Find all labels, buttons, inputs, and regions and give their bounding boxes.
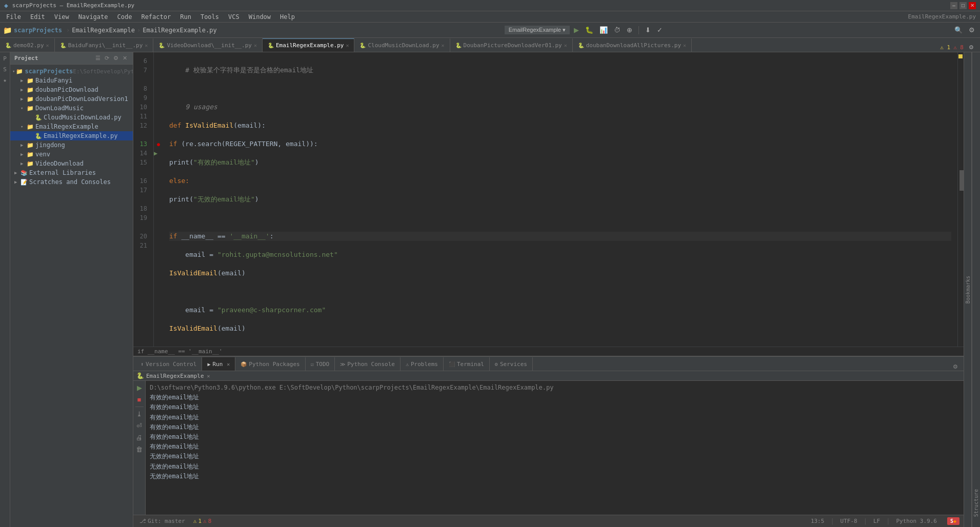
sidebar-sync-btn[interactable]: ⟳ [103,54,111,62]
tab-close-demo02[interactable]: ✕ [46,43,49,48]
close-button[interactable]: ✕ [969,2,976,9]
tab-close-cloudmusic[interactable]: ✕ [442,43,445,48]
run-button[interactable]: ▶ [572,25,581,35]
tab-python-console[interactable]: ≫ Python Console [335,357,401,371]
tab-doubanall[interactable]: 🐍 doubanDownloadAllPictures.py ✕ [573,38,692,52]
menu-view[interactable]: View [50,12,73,22]
tab-services[interactable]: ⚙ Services [490,357,533,371]
tab-terminal[interactable]: ⬛ Terminal [444,357,490,371]
tree-emailregex-py[interactable]: ▶ 🐍 EmailRegexExample.py [10,131,133,140]
project-panel-icon[interactable]: P [2,54,8,63]
concurrency-button[interactable]: ⊕ [625,25,634,35]
menubar: File Edit View Navigate Code Refactor Ru… [0,11,980,23]
tree-baidufanyi[interactable]: ▶ 📁 BaiduFanyi [10,76,133,85]
vcs-commit-button[interactable]: ✓ [655,25,665,35]
tab-label: DoubanPictureDownloadVer01.py [464,42,562,49]
sidebar-close-btn[interactable]: ✕ [121,54,129,62]
tab-close-doubanpic[interactable]: ✕ [564,43,567,48]
tree-jingdong[interactable]: ▶ 📁 jingdong [10,140,133,150]
tab-label: EmailRegexExample.py [276,42,344,49]
errors-icon: ⚠ [203,518,207,524]
menu-refactor[interactable]: Refactor [137,12,175,22]
paren: ( [189,195,193,204]
tab-doubanpic[interactable]: 🐍 DoubanPictureDownloadVer01.py ✕ [450,38,573,52]
bookmarks-label[interactable]: Bookmarks [965,276,971,303]
tree-venv[interactable]: ▶ 📁 venv [10,150,133,159]
code-line-6: # 校验某个字符串是否是合格的email地址 [169,66,951,75]
run-soft-wrap-btn[interactable]: ⏎ [134,421,144,431]
tree-emailregex[interactable]: ▾ 📁 EmailRegexExample [10,122,133,131]
run-clear-btn[interactable]: 🗑 [134,444,145,454]
tree-root-path: E:\SoftDevelop\Python\scarp [73,68,133,75]
line-col-status[interactable]: 13:5 [809,518,827,524]
debug-button[interactable]: 🐛 [583,25,595,35]
tab-baidufanyi[interactable]: 🐍 BaiduFanyi\__init__.py ✕ [55,38,154,52]
run-scroll-end-btn[interactable]: ⤓ [134,409,144,419]
function-name: IsValidEmail [185,121,233,130]
tab-todo[interactable]: ☑ TODO [306,357,335,371]
run-config-dropdown[interactable]: EmailRegexExample ▾ [505,26,570,34]
bottom-panel-settings[interactable]: ⚙ [951,363,959,371]
tree-videodownload[interactable]: ▶ 📁 VideoDownload [10,159,133,168]
search-everywhere-button[interactable]: 🔍 [952,25,965,35]
python-version-status[interactable]: Python 3.9.6 [894,518,938,524]
minimize-button[interactable]: – [950,2,957,9]
run-stop-btn[interactable]: ■ [135,395,144,404]
tab-close-doubanall[interactable]: ✕ [683,43,686,48]
menu-run[interactable]: Run [176,12,195,22]
menu-edit[interactable]: Edit [26,12,49,22]
maximize-button[interactable]: □ [959,2,967,9]
menu-help[interactable]: Help [276,12,299,22]
tab-close-emailregex[interactable]: ✕ [346,43,349,48]
run-tab-header-close[interactable]: ✕ [207,373,210,379]
menu-tools[interactable]: Tools [196,12,223,22]
structure-label[interactable]: Structure [973,489,979,517]
code-editor[interactable]: # 校验某个字符串是否是合格的email地址 9 usages def IsVa… [163,52,957,347]
tab-close-baidufanyi[interactable]: ✕ [145,43,148,48]
menu-navigate[interactable]: Navigate [74,12,112,22]
tree-cloudmusic[interactable]: ▶ 🐍 CloudMusicDownLoad.py [10,113,133,122]
tab-label: Run [212,361,223,368]
tab-emailregex[interactable]: 🐍 EmailRegexExample.py ✕ [263,38,354,52]
encoding-status[interactable]: UTF-8 [838,518,859,524]
tab-close-videodownload[interactable]: ✕ [254,43,257,48]
tree-doubanpic[interactable]: ▶ 📁 doubanPicDownload [10,85,133,94]
tab-cloudmusic[interactable]: 🐍 CloudMusicDownLoad.py ✕ [354,38,450,52]
structure-icon[interactable]: S [2,65,8,74]
tab-version-control[interactable]: ⬆ Version Control [135,357,202,371]
settings-editor-button[interactable]: ⚙ [967,43,976,52]
tree-scratches[interactable]: ▶ 📝 Scratches and Consoles [10,177,133,187]
warning-status[interactable]: ⚠ 1 ⚠ 8 [191,518,214,524]
run-rerun-btn[interactable]: ▶ [135,383,144,393]
code-line-7 [169,84,951,93]
profile-button[interactable]: ⏱ [612,25,623,35]
menu-file[interactable]: File [2,12,25,22]
run-tab-close[interactable]: ✕ [227,361,230,367]
menu-window[interactable]: Window [245,12,275,22]
tab-problems[interactable]: ⚠ Problems [401,357,444,371]
line-sep-status[interactable]: LF [871,518,882,524]
menu-code[interactable]: Code [113,12,136,22]
tree-root[interactable]: ▾ 📁 scarpProjects E:\SoftDevelop\Python\… [10,67,133,76]
run-arrow-icon[interactable]: ▶ [154,149,163,158]
vcs-update-button[interactable]: ⬇ [643,25,653,35]
email-var2: email [222,324,242,333]
toolbar: 📁 scarpProjects › EmailRegexExample › Em… [0,23,980,38]
tab-demo02[interactable]: 🐍 demo02.py ✕ [0,38,55,52]
services-icon: ⚙ [495,361,498,367]
run-print-btn[interactable]: 🖨 [134,433,145,442]
tab-python-packages[interactable]: 📦 Python Packages [235,357,305,371]
tree-extlibs[interactable]: ▶ 📚 External Libraries [10,168,133,177]
favorites-icon[interactable]: ★ [2,76,8,85]
tab-run[interactable]: ▶ Run ✕ [202,357,235,371]
tab-videodownload[interactable]: 🐍 VideoDownload\__init__.py ✕ [153,38,263,52]
tree-doubanpicv1[interactable]: ▶ 📁 doubanPicDownLoadVersion1 [10,94,133,104]
menu-vcs[interactable]: VCS [224,12,244,22]
tab-label: demo02.py [13,42,44,49]
tree-downloadmusic[interactable]: ▾ 📁 DownLoadMusic [10,104,133,113]
sidebar-compact-btn[interactable]: ☰ [94,54,102,62]
coverage-button[interactable]: 📊 [597,25,610,35]
sidebar-gear-btn[interactable]: ⚙ [112,54,120,62]
settings-button[interactable]: ⚙ [967,25,977,35]
git-status[interactable]: ⎇ Git: master [137,518,187,524]
